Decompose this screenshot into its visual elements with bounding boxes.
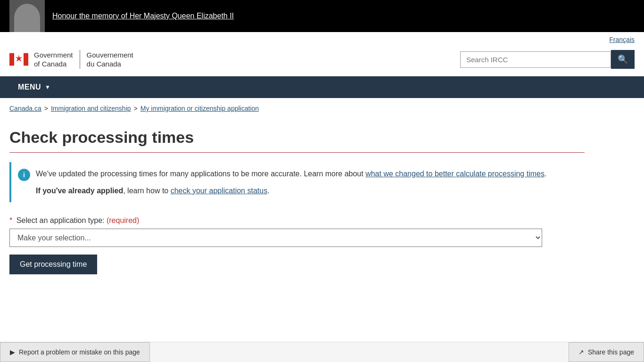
menu-chevron-icon: ▼ <box>45 84 50 90</box>
gov-name-french: Gouvernementdu Canada <box>87 50 133 69</box>
search-icon: 🔍 <box>618 55 628 64</box>
logo-area: Governmentof Canada Gouvernementdu Canad… <box>9 50 133 69</box>
page-title: Check processing times <box>9 128 585 147</box>
canada-flag-icon <box>9 50 28 69</box>
search-area: 🔍 <box>460 50 635 69</box>
breadcrumb-immigration[interactable]: Immigration and citizenship <box>51 105 131 112</box>
svg-rect-0 <box>9 53 14 66</box>
gov-name-english: Governmentof Canada <box>34 50 73 69</box>
form-section: * Select an application type: (required)… <box>9 216 585 274</box>
queen-image <box>9 0 45 32</box>
breadcrumb-home[interactable]: Canada.ca <box>9 105 41 112</box>
header-main: Governmentof Canada Gouvernementdu Canad… <box>9 45 635 76</box>
already-applied-label: If you've already applied <box>36 187 123 195</box>
memorial-banner: Honour the memory of Her Majesty Queen E… <box>0 0 644 32</box>
breadcrumb-my-application[interactable]: My immigration or citizenship applicatio… <box>140 105 259 112</box>
header-top: Français <box>9 32 635 45</box>
memorial-link[interactable]: Honour the memory of Her Majesty Queen E… <box>52 12 234 20</box>
government-name: Governmentof Canada <box>34 50 73 69</box>
main-content: Check processing times i We've updated t… <box>0 119 594 293</box>
title-underline <box>9 152 585 153</box>
government-name-french: Gouvernementdu Canada <box>87 50 133 69</box>
language-toggle[interactable]: Français <box>609 36 635 43</box>
search-button[interactable]: 🔍 <box>611 50 635 69</box>
processing-times-link[interactable]: what we changed to better calculate proc… <box>365 170 545 178</box>
app-type-select[interactable]: Make your selection... <box>9 229 542 247</box>
breadcrumb: Canada.ca > Immigration and citizenship … <box>0 98 644 119</box>
menu-button[interactable]: MENU ▼ <box>9 76 59 98</box>
required-asterisk: * <box>9 216 12 224</box>
search-input[interactable] <box>460 51 611 68</box>
info-text-suffix: . <box>545 170 546 178</box>
navigation-bar: MENU ▼ <box>0 76 644 98</box>
svg-rect-1 <box>24 53 28 66</box>
site-header: Français Governmentof Canada Gouvernemen… <box>0 32 644 76</box>
info-text-prefix: We've updated the processing times for m… <box>36 170 365 178</box>
already-applied-end: . <box>267 187 269 195</box>
app-type-label: * Select an application type: (required) <box>9 216 585 225</box>
app-status-link[interactable]: check your application status <box>171 187 267 195</box>
menu-label: MENU <box>18 83 41 91</box>
breadcrumb-sep-2: > <box>134 105 138 112</box>
info-text: We've updated the processing times for m… <box>36 168 546 197</box>
get-processing-button[interactable]: Get processing time <box>9 255 97 274</box>
info-icon: i <box>18 169 30 181</box>
already-applied-mid: , learn how to <box>123 187 171 195</box>
required-label: (required) <box>107 216 139 224</box>
info-box: i We've updated the processing times for… <box>9 162 585 202</box>
form-label-text: Select an application type: <box>17 216 105 224</box>
breadcrumb-sep-1: > <box>44 105 48 112</box>
name-separator <box>80 50 80 69</box>
